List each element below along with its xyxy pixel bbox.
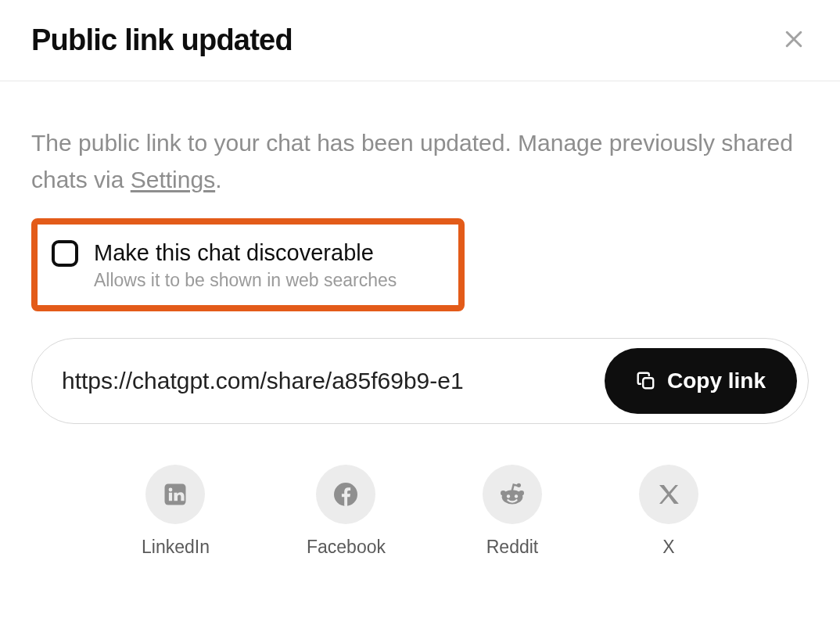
discoverable-text: Make this chat discoverable Allows it to… — [94, 239, 397, 291]
share-label-x: X — [662, 537, 674, 558]
close-button[interactable] — [779, 24, 809, 56]
svg-point-8 — [501, 490, 506, 496]
discoverable-checkbox[interactable] — [52, 240, 78, 267]
svg-point-11 — [507, 495, 510, 498]
svg-rect-5 — [169, 493, 172, 501]
dialog-title: Public link updated — [31, 23, 293, 57]
discoverable-title: Make this chat discoverable — [94, 239, 397, 267]
copy-icon — [636, 371, 656, 391]
copy-link-label: Copy link — [667, 368, 766, 393]
svg-rect-2 — [643, 378, 653, 388]
facebook-icon — [316, 465, 375, 524]
description-text: The public link to your chat has been up… — [31, 125, 798, 198]
discoverable-subtitle: Allows it to be shown in web searches — [94, 270, 397, 291]
dialog-header: Public link updated — [0, 0, 840, 81]
svg-point-9 — [519, 490, 524, 496]
share-item-x[interactable]: X — [639, 465, 698, 558]
share-item-linkedin[interactable]: LinkedIn — [142, 465, 210, 558]
svg-point-12 — [515, 495, 518, 498]
share-link-field: https://chatgpt.com/share/a85f69b9-e1 Co… — [31, 338, 809, 424]
svg-point-4 — [169, 488, 173, 492]
close-icon — [782, 27, 806, 53]
description-suffix: . — [215, 167, 221, 192]
reddit-icon — [483, 465, 542, 524]
share-label-reddit: Reddit — [486, 537, 538, 558]
share-item-facebook[interactable]: Facebook — [307, 465, 386, 558]
linkedin-icon — [145, 465, 205, 524]
x-icon — [639, 465, 698, 524]
share-item-reddit[interactable]: Reddit — [483, 465, 542, 558]
share-url-text[interactable]: https://chatgpt.com/share/a85f69b9-e1 — [62, 368, 592, 394]
discoverable-option-highlighted: Make this chat discoverable Allows it to… — [31, 218, 465, 311]
settings-link[interactable]: Settings — [131, 167, 215, 192]
copy-link-button[interactable]: Copy link — [605, 348, 797, 414]
dialog-content: The public link to your chat has been up… — [0, 81, 840, 589]
share-label-facebook: Facebook — [307, 537, 386, 558]
share-row: LinkedIn Facebook — [31, 465, 809, 558]
share-label-linkedin: LinkedIn — [142, 537, 210, 558]
